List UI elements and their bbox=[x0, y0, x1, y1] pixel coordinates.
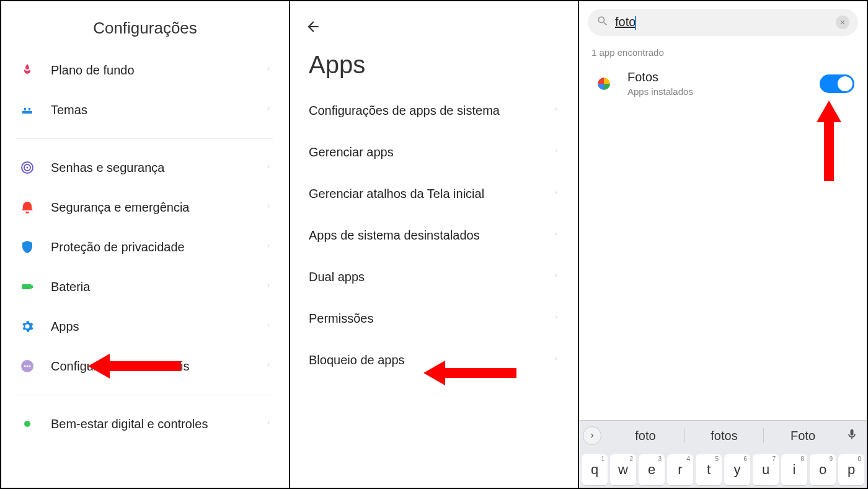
arrow-left-icon bbox=[305, 19, 321, 35]
svg-rect-3 bbox=[22, 284, 32, 289]
key-secondary: 1 bbox=[601, 455, 604, 462]
chevron-right-icon bbox=[588, 431, 596, 440]
key-label: w bbox=[618, 462, 628, 478]
divider bbox=[16, 395, 274, 395]
toggle-knob bbox=[838, 76, 852, 91]
key-secondary: 8 bbox=[800, 455, 804, 462]
keyboard-key-i[interactable]: i8 bbox=[781, 454, 807, 485]
key-secondary: 7 bbox=[772, 455, 776, 462]
settings-item-additional[interactable]: Configurações adicionais bbox=[14, 346, 277, 386]
search-bar[interactable]: foto bbox=[588, 9, 858, 36]
settings-item-label: Bateria bbox=[51, 280, 265, 294]
on-screen-keyboard: foto fotos Foto q1w2e3r4t5y6u7i8o9p0 bbox=[579, 420, 867, 488]
svg-point-7 bbox=[27, 366, 29, 367]
settings-item-label: Proteção de privacidade bbox=[51, 240, 265, 254]
microphone-icon bbox=[846, 428, 858, 441]
back-button[interactable] bbox=[305, 19, 321, 38]
key-label: e bbox=[648, 462, 655, 478]
key-label: r bbox=[678, 462, 682, 478]
app-lock-search-panel: foto 1 app encontrado Fotos Apps instala… bbox=[579, 0, 868, 489]
keyboard-key-w[interactable]: w2 bbox=[610, 454, 636, 485]
key-secondary: 0 bbox=[857, 455, 861, 462]
settings-item-themes[interactable]: Temas bbox=[14, 90, 277, 130]
settings-item-label: Configurações adicionais bbox=[51, 359, 265, 374]
settings-item-passwords[interactable]: Senhas e segurança bbox=[14, 148, 277, 187]
search-result-item[interactable]: Fotos Apps instalados bbox=[579, 64, 867, 103]
keyboard-key-e[interactable]: e3 bbox=[639, 454, 665, 485]
apps-menu-item-permissions[interactable]: Permissões bbox=[303, 298, 565, 339]
keyboard-key-p[interactable]: p0 bbox=[838, 454, 864, 485]
apps-menu-item-manage-apps[interactable]: Gerenciar apps bbox=[303, 132, 565, 173]
key-label: t bbox=[707, 462, 711, 478]
dots-icon bbox=[19, 357, 36, 375]
apps-menu-item-uninstalled-system[interactable]: Apps de sistema desinstalados bbox=[303, 215, 565, 256]
page-title: Apps bbox=[290, 1, 578, 90]
chevron-right-icon bbox=[265, 418, 272, 431]
chevron-right-icon bbox=[265, 201, 272, 214]
result-title: Fotos bbox=[627, 70, 820, 84]
settings-panel: Configurações Plano de fundo Temas Senha… bbox=[0, 0, 290, 489]
brush-icon bbox=[19, 101, 36, 119]
svg-point-9 bbox=[24, 421, 30, 427]
settings-item-label: Temas bbox=[51, 103, 265, 117]
chevron-right-icon bbox=[553, 104, 559, 117]
chevron-right-icon bbox=[265, 280, 272, 294]
battery-icon bbox=[19, 278, 36, 295]
dot-icon bbox=[19, 415, 36, 433]
apps-menu-item-dual-apps[interactable]: Dual apps bbox=[303, 256, 565, 298]
keyboard-suggestion[interactable]: Foto bbox=[764, 429, 842, 443]
keyboard-key-u[interactable]: u7 bbox=[753, 454, 779, 485]
keyboard-suggestion[interactable]: fotos bbox=[685, 429, 763, 443]
keyboard-key-q[interactable]: q1 bbox=[582, 454, 608, 485]
settings-item-wellbeing[interactable]: Bem-estar digital e controles bbox=[14, 404, 277, 444]
app-lock-toggle[interactable] bbox=[820, 74, 854, 93]
keyboard-key-o[interactable]: o9 bbox=[810, 454, 836, 485]
keyboard-suggestion-bar: foto fotos Foto bbox=[579, 421, 867, 451]
chevron-right-icon bbox=[553, 229, 559, 242]
expand-toolbar-button[interactable] bbox=[583, 426, 601, 445]
chevron-right-icon bbox=[553, 146, 559, 159]
chevron-right-icon bbox=[553, 187, 559, 200]
key-label: o bbox=[819, 462, 826, 478]
key-secondary: 4 bbox=[686, 455, 690, 462]
settings-item-safety[interactable]: Segurança e emergência bbox=[14, 187, 277, 227]
chevron-right-icon bbox=[553, 312, 559, 325]
key-secondary: 2 bbox=[629, 455, 633, 462]
settings-list-3: Bem-estar digital e controles bbox=[1, 404, 289, 444]
settings-item-privacy[interactable]: Proteção de privacidade bbox=[14, 227, 277, 267]
settings-item-label: Senhas e segurança bbox=[51, 161, 265, 175]
keyboard-suggestion[interactable]: foto bbox=[606, 429, 684, 443]
chevron-right-icon bbox=[265, 320, 272, 333]
chevron-right-icon bbox=[265, 241, 272, 254]
page-title: Configurações bbox=[1, 1, 289, 50]
svg-marker-12 bbox=[817, 101, 841, 181]
search-icon bbox=[596, 15, 609, 30]
annotation-arrow bbox=[813, 101, 844, 181]
keyboard-key-t[interactable]: t5 bbox=[696, 454, 722, 485]
svg-rect-4 bbox=[32, 285, 33, 288]
result-subtitle: Apps instalados bbox=[627, 86, 820, 97]
menu-item-label: Gerenciar apps bbox=[309, 145, 553, 159]
chevron-right-icon bbox=[265, 64, 272, 77]
apps-menu-item-app-lock[interactable]: Bloqueio de apps bbox=[303, 339, 565, 381]
apps-menu-item-manage-shortcuts[interactable]: Gerenciar atalhos da Tela inicial bbox=[303, 173, 565, 215]
keyboard-key-r[interactable]: r4 bbox=[667, 454, 693, 485]
settings-item-label: Segurança e emergência bbox=[51, 200, 265, 215]
settings-item-apps[interactable]: Apps bbox=[14, 307, 277, 346]
key-label: p bbox=[848, 462, 855, 478]
svg-point-8 bbox=[29, 366, 31, 367]
shield-icon bbox=[19, 238, 36, 256]
keyboard-row: q1w2e3r4t5y6u7i8o9p0 bbox=[579, 451, 867, 488]
microphone-button[interactable] bbox=[846, 428, 863, 443]
apps-menu-item-system-app-settings[interactable]: Configurações de apps de sistema bbox=[303, 90, 565, 132]
key-secondary: 6 bbox=[743, 455, 747, 462]
clear-search-button[interactable] bbox=[836, 16, 849, 29]
divider bbox=[16, 138, 274, 139]
search-input[interactable]: foto bbox=[615, 15, 836, 30]
menu-item-label: Apps de sistema desinstalados bbox=[309, 228, 553, 243]
keyboard-key-y[interactable]: y6 bbox=[724, 454, 750, 485]
settings-item-wallpaper[interactable]: Plano de fundo bbox=[14, 50, 277, 90]
settings-item-battery[interactable]: Bateria bbox=[14, 267, 277, 307]
chevron-right-icon bbox=[553, 271, 559, 284]
settings-item-label: Bem-estar digital e controles bbox=[51, 417, 265, 431]
